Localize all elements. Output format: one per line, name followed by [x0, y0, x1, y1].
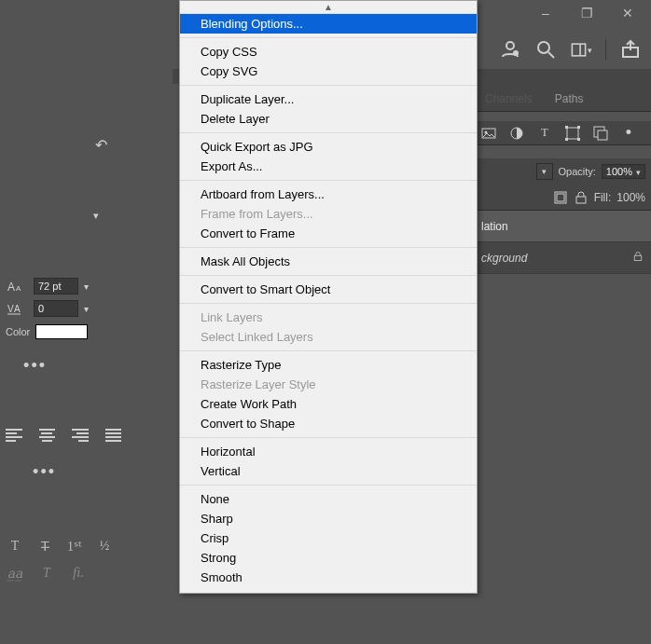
menu-item[interactable]: Mask All Objects — [180, 252, 477, 271]
menu-item: Link Layers — [180, 308, 477, 327]
layer-name[interactable]: lation — [481, 220, 644, 233]
menu-item[interactable]: Sharp — [180, 509, 477, 528]
svg-point-3 — [538, 42, 549, 53]
layer-filter-icons: T • — [474, 121, 651, 145]
svg-rect-22 — [598, 130, 607, 140]
top-icon-strip: + — [490, 34, 651, 65]
menu-item[interactable]: Convert to Smart Object — [180, 280, 477, 299]
filter-toggle-icon[interactable]: • — [621, 126, 636, 141]
svg-rect-20 — [577, 138, 580, 141]
layer-list: lation ckground — [474, 211, 651, 274]
menu-separator — [180, 37, 477, 38]
menu-separator — [180, 247, 477, 248]
blend-mode-select[interactable] — [536, 163, 553, 180]
opacity-label: Opacity: — [559, 166, 596, 177]
menu-separator — [180, 275, 477, 276]
svg-text:+: + — [515, 50, 518, 56]
svg-line-4 — [548, 52, 554, 58]
menu-item[interactable]: Strong — [180, 548, 477, 568]
svg-point-0 — [506, 42, 514, 49]
close-button[interactable]: ✕ — [616, 3, 640, 23]
cloud-user-icon[interactable]: + — [499, 38, 521, 61]
lock-all-icon[interactable] — [574, 190, 589, 205]
menu-item[interactable]: Crisp — [180, 528, 477, 548]
layer-context-menu: ▲ Blending Options...Copy CSSCopy SVGDup… — [179, 0, 478, 594]
menu-separator — [180, 350, 477, 351]
restore-button[interactable]: ❐ — [575, 3, 599, 23]
menu-separator — [180, 485, 477, 486]
menu-item[interactable]: Vertical — [180, 461, 477, 481]
lock-fill-row: Fill: 100% — [474, 185, 651, 211]
filter-shape-icon[interactable] — [565, 126, 580, 141]
svg-rect-26 — [634, 255, 642, 260]
menu-item[interactable]: Horizontal — [180, 442, 477, 461]
minimize-button[interactable]: – — [533, 3, 558, 23]
workspace-switcher-icon[interactable] — [570, 38, 592, 61]
opacity-value[interactable]: 100% — [602, 164, 645, 179]
fill-label: Fill: — [594, 191, 612, 204]
menu-item[interactable]: Convert to Shape — [180, 414, 477, 433]
menu-separator — [180, 437, 477, 438]
tab-channels[interactable]: Channels — [474, 87, 544, 111]
filter-type-icon[interactable]: T — [537, 126, 552, 141]
fill-value[interactable]: 100% — [616, 191, 645, 204]
filter-smartobj-icon[interactable] — [593, 126, 608, 141]
layer-row[interactable]: ckground — [474, 242, 651, 274]
menu-item[interactable]: Export As... — [180, 157, 477, 176]
menu-separator — [180, 303, 477, 304]
svg-rect-24 — [557, 194, 564, 201]
menu-item[interactable]: Smooth — [180, 568, 477, 587]
divider — [605, 39, 606, 60]
share-icon[interactable] — [619, 38, 642, 61]
menu-item[interactable]: Rasterize Type — [180, 355, 477, 375]
scroll-up-arrow[interactable]: ▲ — [180, 1, 477, 14]
menu-item[interactable]: None — [180, 489, 477, 509]
svg-rect-18 — [577, 126, 580, 129]
menu-item[interactable]: Copy CSS — [180, 42, 477, 62]
filter-adjust-icon[interactable] — [509, 126, 524, 141]
svg-rect-25 — [576, 197, 586, 203]
menu-separator — [180, 180, 477, 181]
menu-item[interactable]: Quick Export as JPG — [180, 137, 477, 157]
tab-paths[interactable]: Paths — [544, 87, 595, 111]
menu-item: Frame from Layers... — [180, 204, 477, 224]
lock-artboard-icon[interactable] — [553, 190, 568, 205]
menu-separator — [180, 85, 477, 86]
lock-icon[interactable] — [632, 251, 644, 265]
menu-item[interactable]: Convert to Frame — [180, 224, 477, 243]
svg-rect-5 — [572, 44, 585, 56]
menu-item[interactable]: Copy SVG — [180, 62, 477, 81]
context-menu-body: Blending Options...Copy CSSCopy SVGDupli… — [180, 14, 477, 587]
menu-item[interactable]: Create Work Path — [180, 394, 477, 414]
panel-tabs: Channels Paths — [474, 84, 651, 112]
search-icon[interactable] — [534, 38, 557, 61]
menu-item[interactable]: Delete Layer — [180, 109, 477, 129]
menu-item[interactable]: Artboard from Layers... — [180, 185, 477, 204]
menu-separator — [180, 132, 477, 133]
menu-item[interactable]: Duplicate Layer... — [180, 89, 477, 109]
menu-item: Rasterize Layer Style — [180, 375, 477, 394]
menu-item[interactable]: Blending Options... — [180, 14, 477, 34]
window-controls: – ❐ ✕ — [533, 0, 651, 26]
blend-opacity-row: Opacity: 100% — [474, 158, 651, 185]
layer-name[interactable]: ckground — [481, 252, 625, 265]
svg-rect-16 — [567, 128, 578, 139]
filter-pixel-icon[interactable] — [481, 126, 496, 141]
svg-rect-19 — [565, 138, 568, 141]
svg-rect-17 — [565, 126, 568, 129]
menu-item: Select Linked Layers — [180, 327, 477, 347]
layer-row[interactable]: lation — [474, 211, 651, 242]
